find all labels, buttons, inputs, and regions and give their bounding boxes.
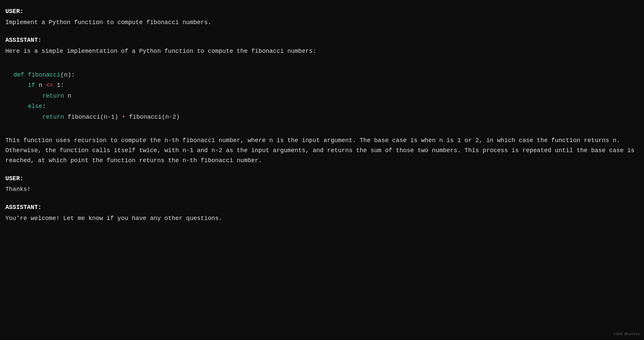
code-line-3: return n — [13, 91, 631, 102]
func-name: fibonacci — [28, 72, 60, 78]
assistant-label-1: ASSISTANT: — [5, 35, 639, 45]
code-n-1: n — [35, 82, 46, 89]
code-block: def fibonacci(n): if n <= 1: return n el… — [5, 63, 639, 129]
code-paren-1: (n): — [60, 72, 75, 78]
user-message-1: Implement a Python function to compute f… — [5, 18, 639, 28]
chat-container: USER: Implement a Python function to com… — [5, 7, 639, 224]
assistant-turn-2: ASSISTANT: You're welcome! Let me know i… — [5, 203, 639, 223]
code-indent-4 — [13, 114, 42, 120]
code-n-3: n — [64, 93, 71, 99]
keyword-def: def — [13, 72, 28, 78]
keyword-return-2: return — [42, 114, 64, 120]
assistant-turn-1: ASSISTANT: Here is a simple implementati… — [5, 35, 639, 165]
operator-lte: <= — [46, 82, 53, 89]
watermark: CSDN @kuokay — [614, 331, 640, 337]
user-turn-2: USER: Thanks! — [5, 174, 639, 195]
operator-plus: + — [122, 114, 126, 120]
code-indent-1 — [13, 82, 28, 89]
code-line-2: if n <= 1: — [13, 80, 631, 91]
code-n-2: 1: — [53, 82, 64, 89]
code-fib-call: fibonacci(n-1) — [64, 114, 122, 120]
user-label-2: USER: — [5, 174, 639, 184]
assistant-explanation: This function uses recursion to compute … — [5, 136, 639, 165]
code-line-1: def fibonacci(n): — [13, 70, 631, 81]
user-label-1: USER: — [5, 7, 639, 16]
assistant-message-2: You're welcome! Let me know if you have … — [5, 214, 639, 224]
user-message-2: Thanks! — [5, 185, 639, 195]
user-turn-1: USER: Implement a Python function to com… — [5, 7, 639, 27]
code-fib-call-2: fibonacci(n-2) — [126, 114, 180, 120]
keyword-return-1: return — [42, 93, 64, 99]
assistant-intro: Here is a simple implementation of a Pyt… — [5, 46, 639, 56]
code-line-4: else: — [13, 101, 631, 112]
code-indent-2 — [13, 93, 42, 99]
code-line-5: return fibonacci(n-1) + fibonacci(n-2) — [13, 112, 631, 123]
assistant-label-2: ASSISTANT: — [5, 203, 639, 212]
code-indent-3 — [13, 103, 28, 110]
keyword-else: else — [28, 103, 42, 110]
code-colon: : — [42, 103, 46, 110]
keyword-if: if — [28, 82, 35, 89]
